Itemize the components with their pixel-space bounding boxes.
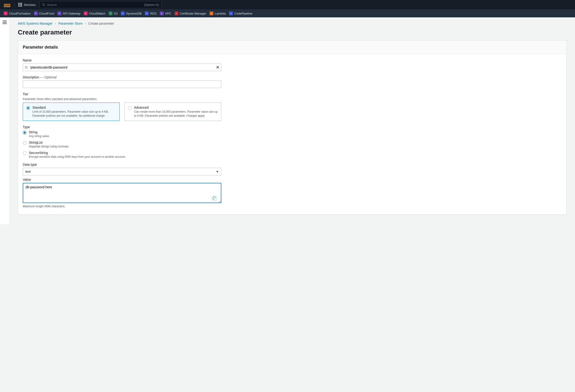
service-shortcut[interactable]: ▪Lambda: [210, 11, 226, 15]
data-type-label: Data type: [23, 163, 221, 166]
breadcrumb-root[interactable]: AWS Systems Manager: [18, 22, 52, 25]
side-panel-toggle-column: [0, 17, 9, 224]
svg-line-1: [44, 5, 45, 6]
service-label: API Gateway: [63, 12, 80, 15]
panel-header: Parameter details: [18, 41, 566, 54]
type-option-stringlist[interactable]: StringList Separate strings using commas…: [23, 141, 221, 148]
global-search[interactable]: [Option+S]: [39, 1, 162, 8]
service-icon: ▪: [109, 11, 112, 15]
service-shortcut[interactable]: ▪S3: [109, 11, 118, 15]
type-option-title: StringList: [29, 141, 69, 144]
service-shortcut[interactable]: ▪CloudFront: [34, 11, 54, 15]
service-label: Certificate Manager: [180, 12, 206, 15]
svg-point-0: [43, 3, 44, 5]
value-label: Value: [23, 178, 221, 181]
service-shortcut[interactable]: ▪CloudFormation: [4, 11, 31, 15]
panel-title: Parameter details: [23, 45, 562, 50]
page-title: Create parameter: [18, 29, 567, 36]
description-input[interactable]: [23, 80, 221, 88]
name-input[interactable]: [23, 64, 221, 71]
service-icon: ▪: [84, 11, 88, 15]
tier-field: Tier Parameter Store offers standard and…: [23, 92, 221, 121]
svg-point-2: [25, 66, 27, 68]
service-label: DynamoDB: [126, 12, 142, 15]
service-label: CloudFront: [39, 12, 54, 15]
search-icon: [25, 66, 28, 69]
service-shortcut[interactable]: ▪CloudWatch: [84, 11, 105, 15]
service-label: CloudWatch: [89, 12, 105, 15]
service-shortcut[interactable]: ▪Certificate Manager: [175, 11, 206, 15]
data-type-field: Data type text ▼: [23, 163, 221, 175]
type-option-securestring[interactable]: SecureString Encrypt sensitive data usin…: [23, 151, 221, 158]
tier-hint: Parameter Store offers standard and adva…: [23, 98, 221, 101]
service-icon: ▪: [34, 11, 38, 15]
hamburger-icon[interactable]: [2, 21, 7, 24]
search-shortcut: [Option+S]: [144, 3, 159, 7]
tier-option-advanced[interactable]: Advanced Can create more than 10,000 par…: [124, 102, 221, 121]
main-content: AWS Systems Manager › Parameter Store › …: [9, 17, 575, 224]
name-field: Name ✕: [23, 58, 221, 71]
service-shortcut-bar: ▪CloudFormation▪CloudFront▪API Gateway▪C…: [0, 9, 575, 17]
service-shortcut[interactable]: ▪DynamoDB: [121, 11, 142, 15]
type-option-title: SecureString: [29, 151, 126, 155]
search-input[interactable]: [47, 3, 143, 7]
chevron-right-icon: ›: [85, 22, 86, 25]
service-label: RDS: [150, 12, 156, 15]
service-shortcut[interactable]: ▪CodePipeline: [229, 11, 252, 15]
service-label: S3: [114, 12, 118, 15]
value-textarea[interactable]: [23, 183, 221, 203]
data-type-value: text: [25, 170, 31, 173]
services-label: Services: [24, 3, 36, 7]
type-option-string[interactable]: String Any string value.: [23, 130, 221, 138]
breadcrumb-current: Create parameter: [88, 22, 114, 25]
service-icon: ▪: [160, 11, 164, 15]
parameter-details-panel: Parameter details Name ✕ Description — O…: [18, 40, 567, 215]
service-shortcut[interactable]: ▪API Gateway: [57, 11, 80, 15]
service-icon: ▪: [4, 11, 7, 15]
service-icon: ▪: [210, 11, 213, 15]
service-icon: ▪: [229, 11, 233, 15]
tier-label: Tier: [23, 92, 221, 96]
service-icon: ▪: [121, 11, 125, 15]
radio-icon: [23, 151, 26, 155]
radio-icon: [23, 131, 26, 134]
search-icon: [42, 3, 45, 6]
breadcrumb: AWS Systems Manager › Parameter Store › …: [18, 22, 567, 25]
data-type-select[interactable]: text: [23, 168, 221, 175]
tier-option-title: Standard: [32, 106, 116, 109]
type-label: Type: [23, 125, 221, 129]
services-grid-icon: [18, 3, 22, 7]
type-option-desc: Separate strings using commas.: [29, 145, 69, 148]
radio-icon: [128, 106, 132, 110]
breadcrumb-parameter-store[interactable]: Parameter Store: [58, 22, 83, 25]
service-shortcut[interactable]: ▪VPC: [160, 11, 171, 15]
grammarly-icon[interactable]: [212, 195, 217, 201]
service-icon: ▪: [145, 11, 148, 15]
clear-input-icon[interactable]: ✕: [216, 65, 219, 70]
value-hint: Maximum length 4096 characters.: [23, 205, 221, 208]
services-menu-button[interactable]: Services: [18, 3, 36, 7]
chevron-right-icon: ›: [55, 22, 56, 25]
service-label: VPC: [165, 12, 171, 15]
service-label: CodePipeline: [234, 12, 252, 15]
description-field: Description — Optional: [23, 75, 221, 88]
service-label: CloudFormation: [9, 12, 31, 15]
tier-option-title: Advanced: [134, 106, 218, 109]
name-label: Name: [23, 58, 221, 62]
tier-option-desc: Can create more than 10,000 parameters. …: [134, 110, 218, 118]
type-field: Type String Any string value. StringList…: [23, 125, 221, 158]
aws-logo[interactable]: aws: [4, 2, 11, 7]
description-label: Description — Optional: [23, 75, 221, 79]
svg-line-3: [27, 68, 28, 69]
type-option-desc: Any string value.: [29, 134, 50, 138]
top-nav: aws Services [Option+S]: [0, 0, 575, 9]
service-icon: ▪: [175, 11, 178, 15]
radio-icon: [26, 106, 30, 110]
type-option-desc: Encrypt sensitive data using KMS keys fr…: [29, 155, 126, 158]
type-option-title: String: [29, 130, 50, 134]
service-shortcut[interactable]: ▪RDS: [145, 11, 156, 15]
radio-icon: [23, 141, 26, 145]
value-field: Value Maximum length 4096 characters.: [23, 178, 221, 208]
divider: [14, 2, 15, 7]
tier-option-standard[interactable]: Standard Limit of 10,000 parameters. Par…: [23, 102, 120, 121]
